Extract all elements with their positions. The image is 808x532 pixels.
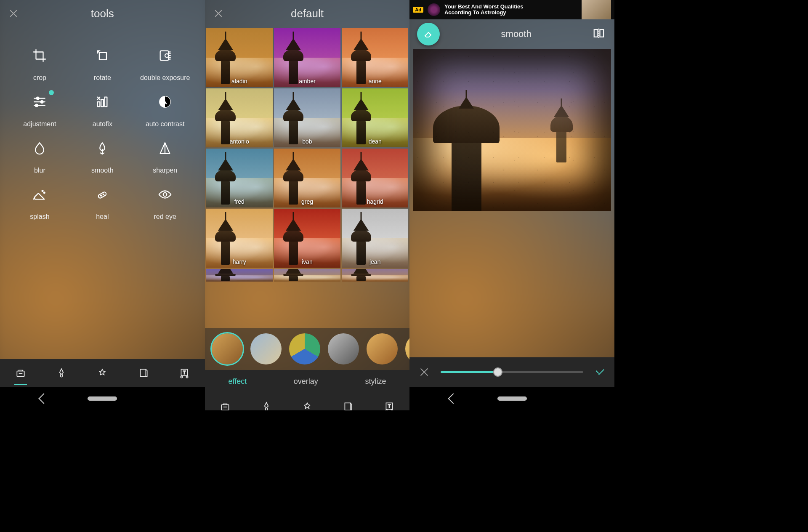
close-icon[interactable] xyxy=(9,9,18,18)
style-warm[interactable] xyxy=(367,333,398,364)
toolbar-brush[interactable] xyxy=(54,366,69,380)
filter-peek[interactable] xyxy=(206,269,273,282)
toolbar-text[interactable]: T xyxy=(382,399,396,410)
tool-smooth[interactable]: smooth xyxy=(71,128,134,174)
intensity-slider[interactable] xyxy=(441,371,583,373)
tool-autofix[interactable]: autofix xyxy=(71,82,134,128)
tool-label: rotate xyxy=(94,74,111,82)
sharpen-icon xyxy=(157,140,173,157)
svg-rect-1 xyxy=(160,51,169,61)
filter-fred[interactable]: fred xyxy=(206,149,273,207)
tool-label: autofix xyxy=(93,120,112,128)
close-icon[interactable] xyxy=(214,9,223,18)
tool-label: smooth xyxy=(91,167,113,174)
filter-label: greg xyxy=(274,198,340,205)
nav-back-icon[interactable] xyxy=(38,393,49,404)
filter-hagrid[interactable]: hagrid xyxy=(342,149,408,207)
filter-bob[interactable]: bob xyxy=(274,88,340,147)
compare-icon[interactable] xyxy=(593,27,607,41)
nav-home-pill[interactable] xyxy=(497,396,527,401)
page-title: default xyxy=(223,7,392,20)
nav-home-pill[interactable] xyxy=(88,396,117,401)
filter-greg[interactable]: greg xyxy=(274,149,340,207)
tool-blur[interactable]: blur xyxy=(8,128,71,174)
svg-point-16 xyxy=(44,192,45,193)
filter-peek[interactable] xyxy=(274,269,340,282)
ad-banner[interactable]: Ad Your Best And Worst Qualities Accordi… xyxy=(409,0,614,19)
style-default[interactable] xyxy=(212,333,243,364)
ad-line1: Your Best And Worst Qualities xyxy=(444,4,577,10)
filter-label: dean xyxy=(342,138,408,145)
filter-jean[interactable]: jean xyxy=(342,209,408,268)
style-mono[interactable] xyxy=(328,333,359,364)
filter-anne[interactable]: anne xyxy=(342,28,408,87)
filter-antonio[interactable]: antonio xyxy=(206,88,273,147)
tool-crop[interactable]: crop xyxy=(8,35,71,82)
filter-ivan[interactable]: ivan xyxy=(274,209,340,268)
toolbar-toolbox[interactable] xyxy=(13,366,28,380)
filter-grid: aladinamberanneantoniobobdeanfredgreghag… xyxy=(205,27,410,328)
page-title: tools xyxy=(18,7,187,20)
header: tools xyxy=(0,0,205,27)
header: default xyxy=(205,0,410,27)
svg-rect-9 xyxy=(98,102,100,106)
filter-label: harry xyxy=(206,258,273,265)
erase-button[interactable] xyxy=(417,23,440,45)
tool-red-eye[interactable]: red eye xyxy=(134,174,197,221)
svg-rect-10 xyxy=(101,99,104,106)
filter-label: anne xyxy=(342,78,408,85)
filter-label: ivan xyxy=(274,258,340,265)
svg-rect-21 xyxy=(17,371,24,377)
toolbar-toolbox[interactable] xyxy=(218,399,232,410)
filter-harry[interactable]: harry xyxy=(206,209,273,268)
double-exposure-icon xyxy=(157,47,173,64)
tool-sharpen[interactable]: sharpen xyxy=(134,128,197,174)
style-gold[interactable] xyxy=(405,333,410,364)
blur-icon xyxy=(31,140,48,157)
tool-splash[interactable]: splash xyxy=(8,174,71,221)
filter-aladin[interactable]: aladin xyxy=(206,28,273,87)
adjustment-icon xyxy=(31,93,48,110)
tool-label: adjustment xyxy=(23,120,56,128)
svg-text:T: T xyxy=(388,404,391,409)
cancel-button[interactable] xyxy=(419,367,430,378)
heal-icon xyxy=(94,186,111,203)
tab-overlay[interactable]: overlay xyxy=(294,377,318,386)
filter-peek[interactable] xyxy=(342,269,408,282)
autofix-icon xyxy=(94,93,111,110)
style-soft[interactable] xyxy=(250,333,282,364)
nav-back-icon[interactable] xyxy=(448,393,459,404)
toolbar-layers[interactable] xyxy=(341,399,355,410)
toolbar-effects[interactable] xyxy=(95,366,109,380)
filter-dean[interactable]: dean xyxy=(342,88,408,147)
toolbar-layers[interactable] xyxy=(136,366,151,380)
tool-auto-contrast[interactable]: auto contrast xyxy=(134,82,197,128)
filter-label: hagrid xyxy=(342,198,408,205)
android-navbar xyxy=(0,387,205,410)
tab-stylize[interactable]: stylize xyxy=(365,377,386,386)
tool-double-exposure[interactable]: double exposure xyxy=(134,35,197,82)
bottom-toolbar: T xyxy=(0,359,205,387)
style-split[interactable] xyxy=(289,333,320,364)
crop-icon xyxy=(31,47,48,64)
svg-point-2 xyxy=(165,54,169,58)
toolbar-brush[interactable] xyxy=(259,399,274,410)
svg-point-34 xyxy=(391,410,393,410)
image-preview[interactable] xyxy=(413,49,611,211)
svg-rect-0 xyxy=(99,53,106,60)
tool-rotate[interactable]: rotate xyxy=(71,35,134,82)
tool-heal[interactable]: heal xyxy=(71,174,134,221)
preview-container xyxy=(409,49,614,211)
tool-adjustment[interactable]: adjustment xyxy=(8,82,71,128)
confirm-button[interactable] xyxy=(594,367,605,378)
smooth-icon xyxy=(94,140,111,157)
toolbar-text[interactable]: T xyxy=(177,366,191,380)
svg-rect-35 xyxy=(594,29,598,37)
tool-label: heal xyxy=(96,213,109,221)
tool-label: auto contrast xyxy=(146,120,185,128)
svg-rect-30 xyxy=(345,403,351,410)
tab-effect[interactable]: effect xyxy=(228,377,247,386)
filter-amber[interactable]: amber xyxy=(274,28,340,87)
svg-text:T: T xyxy=(183,370,186,375)
toolbar-effects[interactable] xyxy=(300,399,314,410)
